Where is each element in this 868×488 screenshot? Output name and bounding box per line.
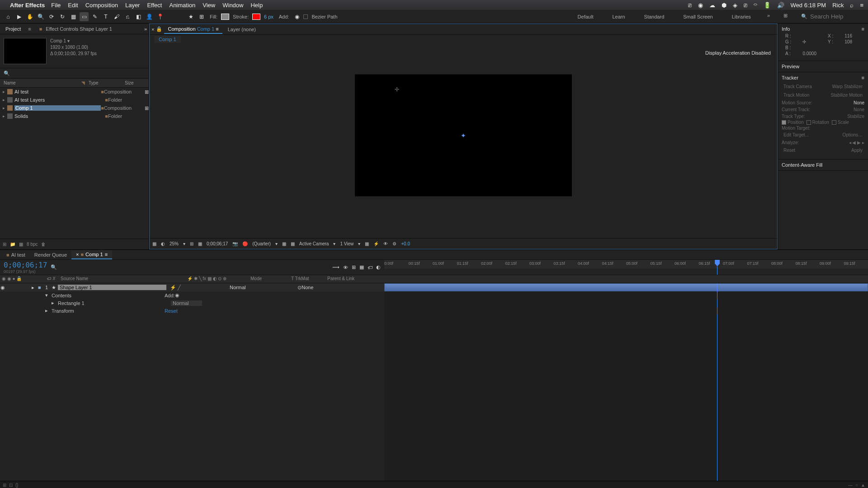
menu-icon[interactable]: ≡ <box>860 2 863 9</box>
stroke-swatch[interactable] <box>252 14 260 20</box>
rotate-tool[interactable]: ↻ <box>58 12 67 21</box>
viewer-time[interactable]: 0;00;06;17 <box>207 241 228 246</box>
roi-icon[interactable]: ▦ <box>282 241 286 246</box>
menu-effect[interactable]: Effect <box>147 2 162 9</box>
tracker-title[interactable]: Tracker <box>782 75 798 80</box>
type-tool[interactable]: T <box>101 12 110 21</box>
menu-view[interactable]: View <box>203 2 215 9</box>
status-icon[interactable]: ⬢ <box>722 2 726 9</box>
project-item[interactable]: ▸AI test■Composition⊞ <box>0 88 149 96</box>
transform-row[interactable]: ▸TransformReset <box>0 307 384 314</box>
timeline-tab-ai[interactable]: ■AI test <box>2 251 30 259</box>
col-name[interactable]: Name <box>0 80 81 85</box>
clone-tool[interactable]: ⎌ <box>123 12 132 21</box>
rect-row[interactable]: ▸Rectangle 1Normal <box>0 299 384 307</box>
col-mode[interactable]: Mode <box>249 275 289 283</box>
layer-row[interactable]: ◉ ▸ ■ 1 ★ Shape Layer 1 ⚡ ╱ Normal ⊙ Non… <box>0 283 384 291</box>
close-tab-icon[interactable]: × <box>151 27 154 32</box>
zoom-slider[interactable]: ○ <box>855 483 858 488</box>
cc-icon[interactable]: ☁ <box>709 2 715 9</box>
comp-name[interactable]: Comp 1 ▾ <box>50 38 97 44</box>
col-type[interactable]: Type <box>85 80 121 85</box>
ws-default[interactable]: Default <box>575 13 596 21</box>
layer-tab[interactable]: Layer (none) <box>224 25 259 33</box>
ws-reset-icon[interactable]: ⊞ <box>783 13 788 21</box>
toggle-icon[interactable]: ⊞ <box>3 483 6 488</box>
transparency-icon[interactable]: ▦ <box>291 241 295 246</box>
col-size[interactable]: Size <box>121 80 137 85</box>
ws-learn[interactable]: Learn <box>609 13 627 21</box>
add-label[interactable]: Add: <box>279 14 289 19</box>
stroke-label[interactable]: Stroke: <box>233 14 249 19</box>
orbit-tool[interactable]: ⟳ <box>47 12 56 21</box>
tl-icon[interactable]: ▦ <box>359 264 364 270</box>
fill-label[interactable]: Fill: <box>210 14 217 19</box>
zoom-in-icon[interactable]: ▲ <box>861 483 865 488</box>
search-input[interactable] <box>810 13 855 20</box>
col-trkmat[interactable]: T TrkMat <box>289 275 326 283</box>
project-item[interactable]: ▸Solids■Folder <box>0 112 149 120</box>
caf-title[interactable]: Content-Aware Fill <box>782 162 822 168</box>
bpc-label[interactable]: 8 bpc <box>27 242 38 247</box>
ws-small[interactable]: Small Screen <box>680 13 715 21</box>
exposure[interactable]: +0.0 <box>401 241 410 246</box>
selection-tool[interactable]: ▶ <box>14 12 24 21</box>
contents-row[interactable]: ▾ContentsAdd: ◉ <box>0 291 384 299</box>
brush-tool[interactable]: 🖌 <box>112 12 121 21</box>
tl-icon[interactable]: ⟿ <box>332 264 340 270</box>
toggle-icon[interactable]: ⊡ <box>9 483 13 488</box>
tl-icon[interactable]: 👁 <box>343 265 348 270</box>
snapshot-icon[interactable]: 📷 <box>232 241 238 246</box>
volume-icon[interactable]: 🔊 <box>777 2 784 9</box>
roto-tool[interactable]: 👤 <box>145 12 154 21</box>
motion-source[interactable]: None <box>854 100 864 105</box>
wifi-icon[interactable]: ⌔ <box>754 2 757 9</box>
reset-button[interactable]: Reset <box>165 308 178 314</box>
pixel-icon[interactable]: ▦ <box>365 241 369 246</box>
lock-icon[interactable]: 🔒 <box>156 26 162 32</box>
status-icon[interactable]: ◈ <box>733 2 737 9</box>
col-parent[interactable]: Parent & Link <box>326 275 356 283</box>
camera-tool[interactable]: ▦ <box>69 12 78 21</box>
zoom[interactable]: 25% <box>170 241 179 246</box>
menu-animation[interactable]: Animation <box>169 2 195 9</box>
alpha-icon[interactable]: ▦ <box>152 241 156 246</box>
timeline-tab-comp[interactable]: × ■ Comp 1 ≡ <box>71 250 112 259</box>
snap-icon[interactable]: ⊞ <box>197 12 206 21</box>
timeline-tab-rq[interactable]: Render Queue <box>30 251 71 259</box>
views[interactable]: 1 View <box>340 241 354 246</box>
app-name[interactable]: After Effects <box>10 2 45 9</box>
breadcrumb[interactable]: Comp 1 <box>154 36 181 43</box>
spotlight-icon[interactable]: ⌕ <box>850 2 854 9</box>
gear-icon[interactable]: ⚙ <box>392 241 396 246</box>
fast-icon[interactable]: ⚡ <box>373 241 379 246</box>
puppet-tool[interactable]: 📍 <box>156 12 165 21</box>
star-icon[interactable]: ★ <box>186 12 195 21</box>
user[interactable]: Rick <box>832 2 844 9</box>
camera[interactable]: Active Camera <box>299 241 329 246</box>
menu-help[interactable]: Help <box>250 2 263 9</box>
folder-icon[interactable]: 📁 <box>10 242 15 247</box>
battery-icon[interactable]: 🔋 <box>764 2 771 9</box>
menu-composition[interactable]: Composition <box>85 2 118 9</box>
layer-name[interactable]: Shape Layer 1 <box>58 285 166 290</box>
playhead[interactable] <box>717 260 717 275</box>
eraser-tool[interactable]: ◧ <box>134 12 143 21</box>
tl-icon[interactable]: ◐ <box>376 264 381 270</box>
panel-menu-icon[interactable]: ≡ <box>862 75 864 80</box>
zoom-tool[interactable]: 🔍 <box>36 12 45 21</box>
layer-mode[interactable]: Normal <box>230 285 270 290</box>
channel-icon[interactable]: 🔴 <box>242 241 248 246</box>
3d-icon[interactable]: 👁 <box>383 241 388 246</box>
effect-controls-tab[interactable]: Effect Controls Shape Layer 1 <box>42 25 116 33</box>
comp-icon[interactable]: ▦ <box>19 242 23 247</box>
menu-edit[interactable]: Edit <box>68 2 78 9</box>
zoom-out-icon[interactable]: — <box>848 483 853 488</box>
timecode[interactable]: 0;00;06;17 <box>4 261 47 269</box>
hand-tool[interactable]: ✋ <box>25 12 34 21</box>
comp-background[interactable]: ✢ ✦ <box>355 75 572 197</box>
layer-bar[interactable] <box>384 283 868 291</box>
project-item[interactable]: ▸Comp 1■Composition⊞ <box>0 104 149 112</box>
timeline-tracks[interactable] <box>384 283 868 481</box>
tl-icon[interactable]: 🏷 <box>368 265 373 270</box>
